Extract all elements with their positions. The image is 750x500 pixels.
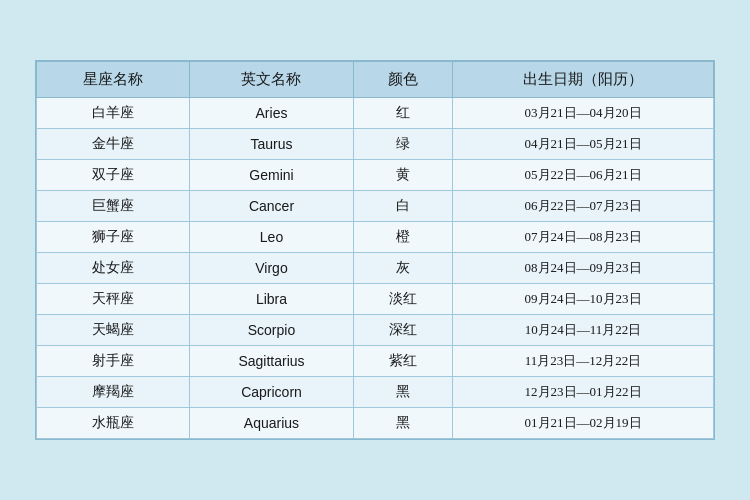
cell-english-name: Virgo [189, 253, 353, 284]
table-row: 天秤座Libra淡红09月24日—10月23日 [37, 284, 714, 315]
table-row: 水瓶座Aquarius黑01月21日—02月19日 [37, 408, 714, 439]
table-row: 白羊座Aries红03月21日—04月20日 [37, 98, 714, 129]
cell-dates: 05月22日—06月21日 [453, 160, 714, 191]
cell-dates: 09月24日—10月23日 [453, 284, 714, 315]
cell-color: 黑 [354, 377, 453, 408]
table-row: 金牛座Taurus绿04月21日—05月21日 [37, 129, 714, 160]
cell-color: 橙 [354, 222, 453, 253]
table-row: 狮子座Leo橙07月24日—08月23日 [37, 222, 714, 253]
table-row: 巨蟹座Cancer白06月22日—07月23日 [37, 191, 714, 222]
cell-color: 白 [354, 191, 453, 222]
cell-dates: 03月21日—04月20日 [453, 98, 714, 129]
cell-english-name: Libra [189, 284, 353, 315]
cell-chinese-name: 天蝎座 [37, 315, 190, 346]
cell-chinese-name: 狮子座 [37, 222, 190, 253]
cell-english-name: Gemini [189, 160, 353, 191]
cell-color: 淡红 [354, 284, 453, 315]
cell-color: 红 [354, 98, 453, 129]
cell-dates: 11月23日—12月22日 [453, 346, 714, 377]
cell-english-name: Capricorn [189, 377, 353, 408]
header-color: 颜色 [354, 62, 453, 98]
table-row: 双子座Gemini黄05月22日—06月21日 [37, 160, 714, 191]
cell-dates: 10月24日—11月22日 [453, 315, 714, 346]
cell-chinese-name: 射手座 [37, 346, 190, 377]
zodiac-table: 星座名称 英文名称 颜色 出生日期（阳历） 白羊座Aries红03月21日—04… [36, 61, 714, 439]
cell-english-name: Scorpio [189, 315, 353, 346]
header-chinese-name: 星座名称 [37, 62, 190, 98]
cell-english-name: Aries [189, 98, 353, 129]
header-english-name: 英文名称 [189, 62, 353, 98]
table-row: 摩羯座Capricorn黑12月23日—01月22日 [37, 377, 714, 408]
cell-chinese-name: 白羊座 [37, 98, 190, 129]
cell-color: 绿 [354, 129, 453, 160]
table-row: 处女座Virgo灰08月24日—09月23日 [37, 253, 714, 284]
cell-color: 灰 [354, 253, 453, 284]
cell-chinese-name: 双子座 [37, 160, 190, 191]
cell-dates: 12月23日—01月22日 [453, 377, 714, 408]
cell-color: 黑 [354, 408, 453, 439]
table-header-row: 星座名称 英文名称 颜色 出生日期（阳历） [37, 62, 714, 98]
cell-chinese-name: 处女座 [37, 253, 190, 284]
cell-dates: 08月24日—09月23日 [453, 253, 714, 284]
cell-english-name: Cancer [189, 191, 353, 222]
cell-dates: 04月21日—05月21日 [453, 129, 714, 160]
cell-english-name: Sagittarius [189, 346, 353, 377]
cell-chinese-name: 天秤座 [37, 284, 190, 315]
cell-dates: 06月22日—07月23日 [453, 191, 714, 222]
table-row: 射手座Sagittarius紫红11月23日—12月22日 [37, 346, 714, 377]
zodiac-table-container: 星座名称 英文名称 颜色 出生日期（阳历） 白羊座Aries红03月21日—04… [35, 60, 715, 440]
header-dates: 出生日期（阳历） [453, 62, 714, 98]
table-row: 天蝎座Scorpio深红10月24日—11月22日 [37, 315, 714, 346]
cell-color: 紫红 [354, 346, 453, 377]
cell-chinese-name: 水瓶座 [37, 408, 190, 439]
cell-color: 深红 [354, 315, 453, 346]
cell-english-name: Taurus [189, 129, 353, 160]
cell-chinese-name: 摩羯座 [37, 377, 190, 408]
cell-dates: 07月24日—08月23日 [453, 222, 714, 253]
cell-chinese-name: 巨蟹座 [37, 191, 190, 222]
table-body: 白羊座Aries红03月21日—04月20日金牛座Taurus绿04月21日—0… [37, 98, 714, 439]
cell-dates: 01月21日—02月19日 [453, 408, 714, 439]
cell-english-name: Leo [189, 222, 353, 253]
cell-color: 黄 [354, 160, 453, 191]
cell-chinese-name: 金牛座 [37, 129, 190, 160]
cell-english-name: Aquarius [189, 408, 353, 439]
